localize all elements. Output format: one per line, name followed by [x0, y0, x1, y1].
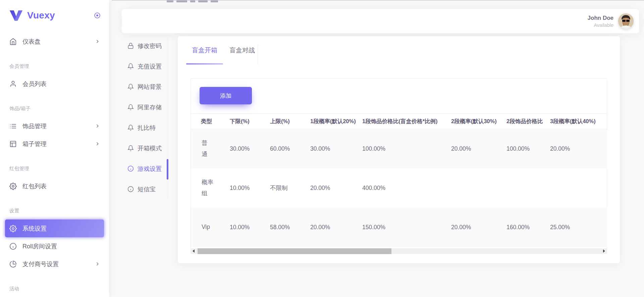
- chevron-right-icon: [95, 39, 100, 44]
- settings-menu-item-site-background[interactable]: 网站背景: [127, 77, 167, 97]
- scroll-right-arrow[interactable]: [602, 248, 606, 254]
- cell: 30.00%: [223, 129, 263, 168]
- cell: 10.00%: [223, 168, 263, 208]
- cell: 20.00%: [543, 129, 607, 168]
- tabs: 盲盒开箱 盲盒对战: [178, 36, 620, 64]
- sidebar-item-item-management[interactable]: 饰品管理: [0, 117, 109, 135]
- horizontal-scrollbar[interactable]: [191, 248, 607, 254]
- cell: [500, 168, 543, 208]
- sidebar-item-box-management[interactable]: 箱子管理: [0, 135, 109, 153]
- vuexy-logo-icon: [9, 10, 23, 21]
- table-row: Vip 10.00% 58.00% 20.00% 150.00% 20.00% …: [191, 208, 607, 247]
- sidebar-item-label: 饰品管理: [22, 122, 47, 130]
- sidebar-section-items-boxes: 饰品/箱子: [0, 93, 109, 117]
- info-icon: [127, 165, 134, 172]
- tabs-divider: [258, 45, 258, 65]
- gear-icon: [9, 183, 17, 190]
- sidebar-item-label: 箱子管理: [22, 140, 47, 148]
- sidebar: Vuexy 仪表盘 会员管理 会员列表 饰品/箱子 饰品管理 箱子管理 红包管理: [0, 0, 109, 297]
- tab-label: 盲盒开箱: [192, 46, 217, 55]
- user-icon: [9, 80, 17, 88]
- settings-menu-label: 开箱模式: [138, 144, 162, 152]
- info-icon: [9, 243, 17, 250]
- cell: 20.00%: [444, 129, 500, 168]
- settings-menu-label: 扎比特: [138, 124, 156, 132]
- cell: [543, 168, 607, 208]
- settings-menu-label: 网站背景: [138, 83, 162, 91]
- bell-icon: [127, 104, 134, 110]
- tab-blind-box-battle[interactable]: 盲盒对战: [228, 36, 256, 64]
- column-header: 2段饰品价格比: [500, 114, 543, 129]
- settings-menu-item-game-settings[interactable]: 游戏设置: [127, 158, 167, 179]
- settings-menu-label: 短信宝: [138, 185, 156, 193]
- cell-type: 普 通: [191, 129, 223, 168]
- user-meta: John Doe Available: [588, 15, 613, 28]
- sidebar-item-label: 支付商号设置: [22, 260, 59, 268]
- cell: 150.00%: [356, 208, 444, 247]
- cell-type: 概率 组: [191, 168, 223, 208]
- add-button[interactable]: 添加: [200, 87, 252, 104]
- layout-icon: [9, 140, 17, 148]
- cell: 160.00%: [500, 208, 543, 247]
- list-icon: [9, 122, 17, 130]
- settings-menu-label: 游戏设置: [138, 165, 162, 173]
- column-header: 1段饰品价格比(盲盒价格*比例): [356, 114, 444, 129]
- cell: 58.00%: [263, 208, 304, 247]
- avatar[interactable]: [618, 13, 634, 29]
- sidebar-item-roll-room-settings[interactable]: Roll房间设置: [0, 237, 109, 255]
- scroll-left-arrow[interactable]: [191, 248, 196, 254]
- gear-icon: [9, 225, 17, 232]
- table-row: 普 通 30.00% 60.00% 30.00% 100.00% 20.00% …: [191, 129, 607, 168]
- user-status: Available: [588, 22, 613, 28]
- sidebar-section-activity: 活动: [0, 273, 109, 297]
- info-icon: [127, 186, 134, 192]
- tab-blind-box-open[interactable]: 盲盒开箱: [191, 36, 219, 64]
- bell-icon: [127, 84, 134, 90]
- settings-menu-label: 修改密码: [138, 42, 162, 50]
- table-panel: 添加 类型 下限(%) 上限(%) 1段概率(默认20%) 1段饰品价格比(盲盒…: [191, 78, 607, 254]
- settings-menu-active-indicator: [167, 159, 168, 180]
- bell-icon: [127, 63, 134, 69]
- sidebar-item-redpacket-list[interactable]: 红包列表: [0, 177, 109, 195]
- sidebar-section-redpacket: 红包管理: [0, 153, 109, 177]
- table-header-row: 类型 下限(%) 上限(%) 1段概率(默认20%) 1段饰品价格比(盲盒价格*…: [191, 114, 607, 129]
- settings-menu-label: 阿里存储: [138, 103, 162, 111]
- cell: 20.00%: [444, 208, 500, 247]
- sidebar-item-label: 系统设置: [22, 225, 47, 233]
- radio-circle-icon[interactable]: [94, 12, 101, 19]
- sidebar-item-label: 仪表盘: [22, 38, 41, 46]
- sidebar-item-dashboard[interactable]: 仪表盘: [0, 33, 109, 50]
- home-icon: [9, 38, 17, 45]
- settings-menu-item-zhabite[interactable]: 扎比特: [127, 117, 167, 138]
- cell: 10.00%: [223, 208, 263, 247]
- settings-menu-item-open-box-mode[interactable]: 开箱模式: [127, 138, 167, 158]
- cell: 不限制: [263, 168, 304, 208]
- table-row: 概率 组 10.00% 不限制 20.00% 400.00%: [191, 168, 607, 208]
- scrollbar-thumb[interactable]: [198, 248, 391, 254]
- sidebar-item-system-settings[interactable]: 系统设置: [5, 219, 104, 237]
- sidebar-item-member-list[interactable]: 会员列表: [0, 75, 109, 93]
- settings-menu: 修改密码 充值设置 网站背景 阿里存储 扎比特 开箱模式 游戏设置 短信宝: [127, 36, 167, 199]
- cell: 100.00%: [500, 129, 543, 168]
- settings-menu-item-sms-treasure[interactable]: 短信宝: [127, 179, 167, 199]
- logo-row: Vuexy: [0, 0, 109, 22]
- cell: 20.00%: [304, 208, 356, 247]
- chevron-right-icon: [95, 261, 100, 267]
- chevron-right-icon: [95, 141, 100, 147]
- cell: 400.00%: [356, 168, 444, 208]
- settings-menu-item-change-password[interactable]: 修改密码: [127, 36, 167, 56]
- bell-icon: [127, 145, 134, 151]
- column-header: 1段概率(默认20%): [304, 114, 356, 129]
- settings-menu-item-recharge[interactable]: 充值设置: [127, 56, 167, 77]
- table-toolbar: 添加: [191, 79, 607, 113]
- settings-menu-item-ali-storage[interactable]: 阿里存储: [127, 97, 167, 117]
- chevron-right-icon: [95, 123, 100, 129]
- header-card: John Doe Available: [122, 9, 639, 33]
- sidebar-item-payment-merchant-settings[interactable]: 支付商号设置: [0, 255, 109, 273]
- pie-chart-icon: [9, 260, 17, 268]
- clipped-content-fragment: [167, 0, 218, 3]
- cell: 60.00%: [263, 129, 304, 168]
- column-header: 类型: [191, 114, 223, 129]
- sidebar-section-settings: 设置: [0, 195, 109, 219]
- settings-menu-label: 充值设置: [138, 62, 162, 70]
